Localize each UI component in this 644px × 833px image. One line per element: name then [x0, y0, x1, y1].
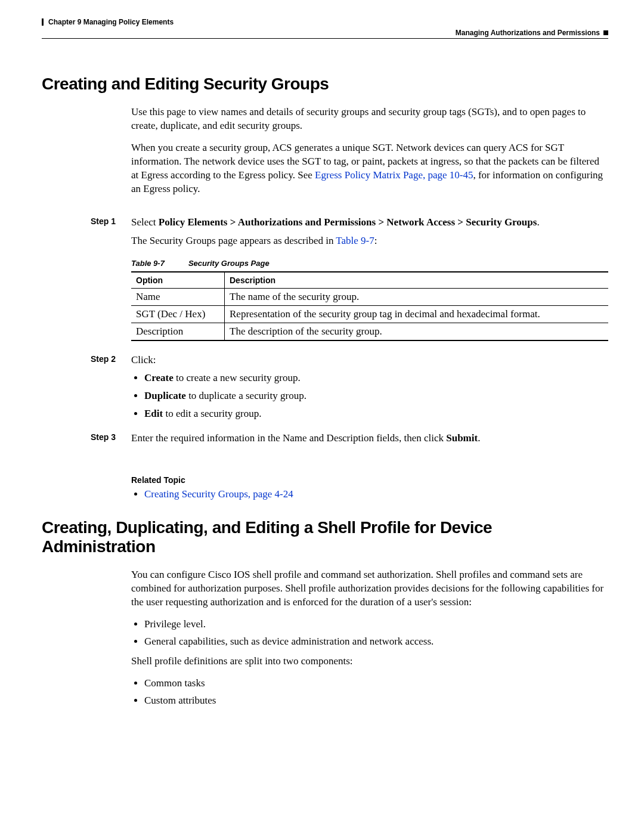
- header-marker-icon: [603, 30, 608, 35]
- shell-paragraph-2: Shell profile definitions are split into…: [131, 655, 608, 668]
- step-label: Step 1: [91, 215, 131, 249]
- running-header-sub: Managing Authorizations and Permissions: [42, 29, 608, 37]
- section-title: Managing Authorizations and Permissions: [456, 29, 600, 37]
- bullet-custom: Custom attributes: [144, 694, 608, 708]
- options-table: Option Description Name The name of the …: [131, 271, 608, 341]
- related-topic-item: Creating Security Groups, page 4-24: [144, 488, 608, 500]
- related-topic-heading: Related Topic: [131, 475, 608, 485]
- step-2: Step 2 Click: Create to create a new sec…: [91, 353, 608, 426]
- shell-paragraph-1: You can configure Cisco IOS shell profil…: [131, 568, 608, 609]
- step-1: Step 1 Select Policy Elements > Authoriz…: [91, 215, 608, 249]
- related-link[interactable]: Creating Security Groups, page 4-24: [144, 488, 293, 500]
- heading-security-groups: Creating and Editing Security Groups: [42, 75, 608, 94]
- bullet-general: General capabilities, such as device adm…: [144, 635, 608, 649]
- table-header-description: Description: [225, 272, 609, 289]
- table-caption: Table 9-7Security Groups Page: [131, 259, 608, 268]
- running-header: Chapter 9 Managing Policy Elements: [42, 18, 608, 26]
- step-label: Step 2: [91, 353, 131, 426]
- table-header-option: Option: [131, 272, 225, 289]
- chapter-title: Chapter 9 Managing Policy Elements: [48, 18, 174, 26]
- table-row: Name The name of the security group.: [131, 289, 608, 306]
- step-label: Step 3: [91, 431, 131, 445]
- bullet-create: Create to create a new security group.: [144, 371, 608, 385]
- table-row: SGT (Dec / Hex) Representation of the se…: [131, 306, 608, 323]
- heading-shell-profile: Creating, Duplicating, and Editing a She…: [42, 518, 608, 556]
- intro-paragraph-1: Use this page to view names and details …: [131, 106, 608, 133]
- bullet-privilege: Privilege level.: [144, 618, 608, 631]
- bullet-edit: Edit to edit a security group.: [144, 407, 608, 421]
- table-row: Description The description of the secur…: [131, 323, 608, 341]
- bullet-common: Common tasks: [144, 677, 608, 690]
- egress-link[interactable]: Egress Policy Matrix Page, page 10-45: [315, 169, 473, 181]
- nav-path: Policy Elements > Authorizations and Per…: [159, 216, 537, 228]
- intro-paragraph-2: When you create a security group, ACS ge…: [131, 141, 608, 196]
- table-ref-link[interactable]: Table 9-7: [336, 235, 374, 246]
- step-3: Step 3 Enter the required information in…: [91, 431, 608, 445]
- bullet-duplicate: Duplicate to duplicate a security group.: [144, 389, 608, 403]
